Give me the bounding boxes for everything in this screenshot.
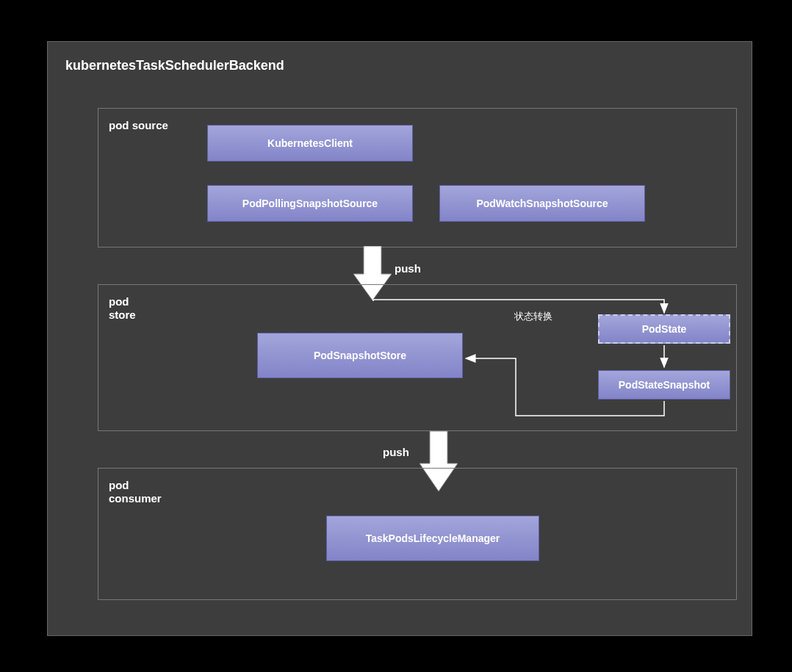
- backend-panel: kubernetesTaskSchedulerBackend pod sourc…: [47, 41, 752, 636]
- node-pod-state-snapshot: PodStateSnapshot: [598, 370, 730, 400]
- panel-title: kubernetesTaskSchedulerBackend: [65, 58, 284, 73]
- section-pod-source: pod source KubernetesClient PodPollingSn…: [98, 108, 737, 248]
- label-state-transition: 状态转换: [514, 310, 552, 323]
- section-title-source: pod source: [109, 119, 168, 132]
- node-kubernetes-client: KubernetesClient: [207, 125, 413, 162]
- node-pod-watch-snapshot-source: PodWatchSnapshotSource: [439, 185, 645, 222]
- node-task-pods-lifecycle-manager: TaskPodsLifecycleManager: [326, 516, 539, 561]
- section-title-consumer: pod consumer: [109, 479, 162, 505]
- node-pod-polling-snapshot-source: PodPollingSnapshotSource: [207, 185, 413, 222]
- section-pod-store: pod store PodSnapshotStore PodState PodS…: [98, 284, 737, 431]
- node-pod-state: PodState: [598, 314, 730, 344]
- section-pod-consumer: pod consumer TaskPodsLifecycleManager: [98, 468, 737, 600]
- section-title-store: pod store: [109, 295, 136, 322]
- label-push-2: push: [383, 446, 409, 458]
- label-push-1: push: [395, 262, 421, 275]
- node-pod-snapshot-store: PodSnapshotStore: [257, 333, 463, 378]
